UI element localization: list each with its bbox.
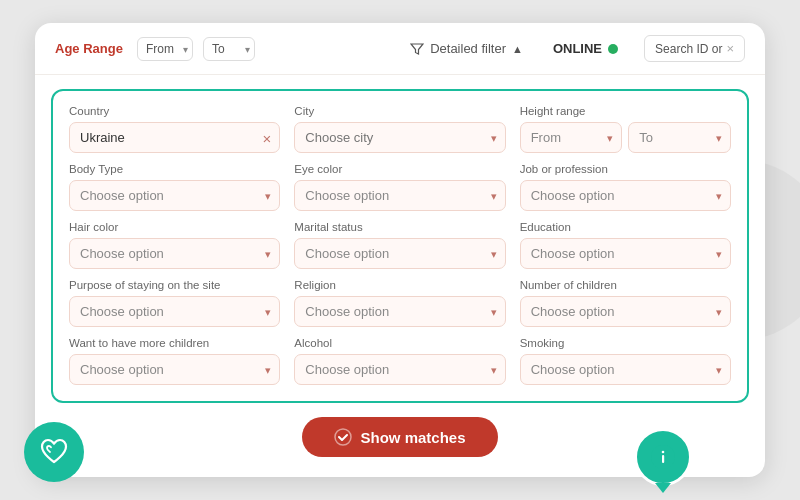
filter-group-smoking: Smoking Choose option bbox=[520, 337, 731, 385]
smoking-label: Smoking bbox=[520, 337, 731, 349]
alcohol-select[interactable]: Choose option bbox=[294, 354, 505, 385]
svg-rect-2 bbox=[662, 455, 664, 463]
height-range-label: Height range bbox=[520, 105, 731, 117]
age-to-wrap: To bbox=[203, 37, 255, 61]
num-children-label: Number of children bbox=[520, 279, 731, 291]
show-matches-button[interactable]: Show matches bbox=[302, 417, 497, 457]
age-from-select[interactable]: From bbox=[137, 37, 193, 61]
filter-row-3: Hair color Choose option Marital status … bbox=[69, 221, 731, 269]
logo-badge bbox=[24, 422, 84, 482]
country-input-wrap bbox=[69, 122, 280, 153]
age-to-select[interactable]: To bbox=[203, 37, 255, 61]
job-label: Job or profession bbox=[520, 163, 731, 175]
marital-select[interactable]: Choose option bbox=[294, 238, 505, 269]
height-range-row: From To bbox=[520, 122, 731, 153]
filter-group-body-type: Body Type Choose option bbox=[69, 163, 280, 211]
info-icon bbox=[649, 443, 677, 471]
city-input-wrap bbox=[294, 122, 505, 153]
filter-group-alcohol: Alcohol Choose option bbox=[294, 337, 505, 385]
body-type-label: Body Type bbox=[69, 163, 280, 175]
more-children-label: Want to have more children bbox=[69, 337, 280, 349]
country-label: Country bbox=[69, 105, 280, 117]
filter-group-country: Country bbox=[69, 105, 280, 153]
smoking-wrap: Choose option bbox=[520, 354, 731, 385]
detailed-filter-button[interactable]: Detailed filter ▲ bbox=[410, 41, 523, 56]
filter-group-city: City bbox=[294, 105, 505, 153]
info-badge bbox=[634, 428, 692, 486]
more-children-wrap: Choose option bbox=[69, 354, 280, 385]
education-label: Education bbox=[520, 221, 731, 233]
eye-color-select[interactable]: Choose option bbox=[294, 180, 505, 211]
country-input[interactable] bbox=[69, 122, 280, 153]
filter-group-eye-color: Eye color Choose option bbox=[294, 163, 505, 211]
svg-point-3 bbox=[662, 451, 665, 454]
body-type-wrap: Choose option bbox=[69, 180, 280, 211]
more-children-select[interactable]: Choose option bbox=[69, 354, 280, 385]
alcohol-wrap: Choose option bbox=[294, 354, 505, 385]
smoking-select[interactable]: Choose option bbox=[520, 354, 731, 385]
city-input[interactable] bbox=[294, 122, 505, 153]
filter-group-religion: Religion Choose option bbox=[294, 279, 505, 327]
num-children-wrap: Choose option bbox=[520, 296, 731, 327]
chevron-up-icon: ▲ bbox=[512, 43, 523, 55]
filter-row-5: Want to have more children Choose option… bbox=[69, 337, 731, 385]
height-from-wrap: From bbox=[520, 122, 623, 153]
filter-group-marital: Marital status Choose option bbox=[294, 221, 505, 269]
height-from-select[interactable]: From bbox=[520, 122, 623, 153]
online-indicator: ONLINE bbox=[553, 41, 618, 56]
filter-group-education: Education Choose option bbox=[520, 221, 731, 269]
funnel-icon bbox=[410, 42, 424, 56]
search-id-button[interactable]: Search ID or × bbox=[644, 35, 745, 62]
marital-label: Marital status bbox=[294, 221, 505, 233]
hair-label: Hair color bbox=[69, 221, 280, 233]
svg-point-0 bbox=[335, 429, 351, 445]
hair-select[interactable]: Choose option bbox=[69, 238, 280, 269]
religion-select[interactable]: Choose option bbox=[294, 296, 505, 327]
heart-logo-icon bbox=[37, 435, 71, 469]
religion-label: Religion bbox=[294, 279, 505, 291]
filter-row-2: Body Type Choose option Eye color Choose… bbox=[69, 163, 731, 211]
education-wrap: Choose option bbox=[520, 238, 731, 269]
filter-group-height: Height range From To bbox=[520, 105, 731, 153]
eye-color-wrap: Choose option bbox=[294, 180, 505, 211]
purpose-wrap: Choose option bbox=[69, 296, 280, 327]
filter-row-1: Country City Height range From bbox=[69, 105, 731, 153]
religion-wrap: Choose option bbox=[294, 296, 505, 327]
body-type-select[interactable]: Choose option bbox=[69, 180, 280, 211]
filter-group-num-children: Number of children Choose option bbox=[520, 279, 731, 327]
filter-group-job: Job or profession Choose option bbox=[520, 163, 731, 211]
marital-wrap: Choose option bbox=[294, 238, 505, 269]
online-dot bbox=[608, 44, 618, 54]
filter-group-hair: Hair color Choose option bbox=[69, 221, 280, 269]
filter-row-4: Purpose of staying on the site Choose op… bbox=[69, 279, 731, 327]
height-to-select[interactable]: To bbox=[628, 122, 731, 153]
filter-group-more-children: Want to have more children Choose option bbox=[69, 337, 280, 385]
height-to-wrap: To bbox=[628, 122, 731, 153]
city-label: City bbox=[294, 105, 505, 117]
purpose-select[interactable]: Choose option bbox=[69, 296, 280, 327]
eye-color-label: Eye color bbox=[294, 163, 505, 175]
filter-group-purpose: Purpose of staying on the site Choose op… bbox=[69, 279, 280, 327]
job-select[interactable]: Choose option bbox=[520, 180, 731, 211]
main-card: Age Range From To Detailed filter ▲ ONLI… bbox=[35, 23, 765, 477]
filter-panel: Country City Height range From bbox=[51, 89, 749, 403]
top-bar: Age Range From To Detailed filter ▲ ONLI… bbox=[35, 23, 765, 75]
num-children-select[interactable]: Choose option bbox=[520, 296, 731, 327]
checkmark-icon bbox=[334, 428, 352, 446]
education-select[interactable]: Choose option bbox=[520, 238, 731, 269]
job-wrap: Choose option bbox=[520, 180, 731, 211]
age-from-wrap: From bbox=[137, 37, 193, 61]
age-range-label: Age Range bbox=[55, 41, 123, 56]
alcohol-label: Alcohol bbox=[294, 337, 505, 349]
hair-wrap: Choose option bbox=[69, 238, 280, 269]
purpose-label: Purpose of staying on the site bbox=[69, 279, 280, 291]
close-icon: × bbox=[726, 41, 734, 56]
